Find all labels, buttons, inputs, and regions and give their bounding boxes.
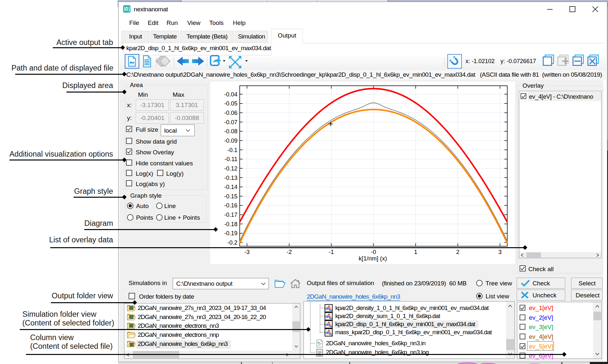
- svg-text:3: 3: [498, 249, 501, 255]
- svg-text:-0.1: -0.1: [227, 147, 237, 153]
- svg-text:-1: -1: [329, 249, 334, 255]
- svg-text:-0.12: -0.12: [224, 165, 237, 172]
- svg-text:-0.06: -0.06: [224, 110, 237, 116]
- svg-text:-0.2: -0.2: [227, 239, 237, 246]
- svg-text:k[1/nm] (x): k[1/nm] (x): [359, 255, 387, 262]
- svg-text:-0.19: -0.19: [224, 230, 237, 237]
- svg-text:-3: -3: [244, 249, 249, 255]
- svg-text:1: 1: [414, 249, 417, 255]
- svg-text:-0.15: -0.15: [224, 193, 237, 200]
- svg-text:-2: -2: [287, 249, 292, 255]
- svg-text:-0.08: -0.08: [224, 128, 237, 135]
- svg-text:-0.09: -0.09: [224, 138, 237, 144]
- svg-text:-0.07: -0.07: [224, 119, 237, 126]
- svg-text:-0.04: -0.04: [224, 91, 237, 98]
- svg-text:-0.17: -0.17: [224, 212, 237, 218]
- svg-text:-0.16: -0.16: [224, 202, 237, 209]
- svg-text:2: 2: [456, 249, 459, 255]
- svg-text:-0: -0: [371, 249, 376, 255]
- svg-text:-0.18: -0.18: [224, 221, 237, 227]
- svg-text:-0.14: -0.14: [224, 184, 237, 190]
- svg-text:-0.11: -0.11: [224, 156, 237, 162]
- svg-text:-0.13: -0.13: [224, 175, 237, 181]
- svg-text:-0.05: -0.05: [224, 100, 237, 107]
